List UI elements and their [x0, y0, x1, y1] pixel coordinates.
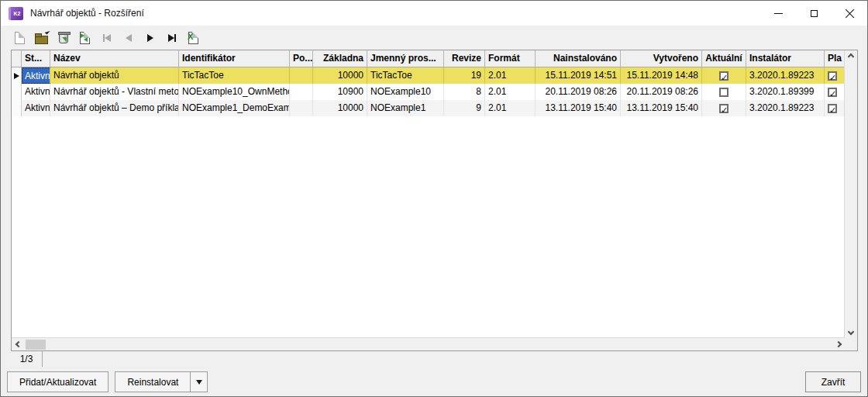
- open-button[interactable]: [33, 29, 50, 47]
- cell-status[interactable]: Aktivn: [22, 100, 50, 116]
- col-header-nazev[interactable]: Název: [50, 50, 179, 67]
- window-title: Návrhář objektů - Rozšíření: [30, 8, 144, 19]
- cell-vytvoreno[interactable]: 13.11.2019 15:40: [621, 100, 702, 116]
- cell-aktualni[interactable]: ✓: [702, 67, 746, 84]
- checkbox-icon[interactable]: ✓: [828, 88, 837, 97]
- cell-zakladna[interactable]: 10000: [313, 67, 367, 84]
- k2-app-icon: K2: [9, 7, 23, 20]
- buttonbar: Přidat/Aktualizovat Reinstalovat Zavřít: [7, 371, 861, 392]
- cell-nainstalovano[interactable]: 20.11.2019 08:26: [536, 84, 621, 100]
- col-header-aktualni[interactable]: Aktuální: [702, 50, 746, 67]
- cell-status[interactable]: Aktivn: [22, 67, 50, 84]
- excel-export-button[interactable]: X: [185, 29, 202, 47]
- cell-format[interactable]: 2.01: [485, 84, 536, 100]
- cell-instalator[interactable]: 3.2020.1.89223: [746, 100, 825, 116]
- first-record-button[interactable]: [98, 29, 115, 47]
- table-row[interactable]: Aktivn Návrhář objektů - Vlastní metody …: [12, 84, 857, 100]
- cell-po[interactable]: [290, 67, 313, 84]
- maximize-icon: [811, 10, 818, 17]
- col-header-jmenny-prostor[interactable]: Jmenný pros...: [367, 50, 444, 67]
- refresh-button[interactable]: [77, 29, 93, 47]
- recycle-bin-icon: [59, 33, 68, 43]
- table-row-selected[interactable]: Aktivn Návrhář objektů TicTacToe 10000 T…: [12, 67, 857, 84]
- col-header-nainstalovano[interactable]: Nainstalováno: [536, 50, 621, 67]
- cell-revize[interactable]: 19: [444, 67, 485, 84]
- minimize-icon: [774, 13, 783, 14]
- cell-nainstalovano[interactable]: 15.11.2019 14:51: [536, 67, 621, 84]
- cell-revize[interactable]: 9: [444, 100, 485, 116]
- cell-format[interactable]: 2.01: [485, 100, 536, 116]
- current-record-arrow-icon: [14, 73, 19, 79]
- last-record-button[interactable]: [164, 29, 180, 47]
- col-header-vytvoreno[interactable]: Vytvořeno: [621, 50, 702, 67]
- cell-nazev[interactable]: Návrhář objektů: [50, 67, 179, 84]
- cell-identifikator[interactable]: NOExample1_DemoExample: [179, 100, 290, 116]
- cell-format[interactable]: 2.01: [485, 67, 536, 84]
- close-icon: [845, 9, 855, 19]
- checkbox-icon[interactable]: ✓: [828, 71, 837, 81]
- checkbox-icon[interactable]: ✓: [719, 104, 728, 113]
- horizontal-scrollbar[interactable]: [12, 337, 845, 350]
- delete-button[interactable]: [55, 29, 71, 47]
- horizontal-scrollbar-thumb[interactable]: [26, 340, 46, 350]
- new-document-button[interactable]: [12, 29, 28, 47]
- cell-instalator[interactable]: 3.2020.1.89399: [746, 84, 825, 100]
- scroll-right-button[interactable]: [832, 338, 845, 351]
- reinstall-dropdown-button[interactable]: [190, 371, 208, 392]
- close-dialog-button[interactable]: Zavřít: [805, 371, 861, 392]
- cell-nainstalovano[interactable]: 13.11.2019 15:40: [536, 100, 621, 116]
- filter-tabstrip: 1/3 Vše Dostupné Vypnuté Aktivní: [11, 351, 92, 368]
- col-header-zakladna[interactable]: Základna: [313, 50, 367, 67]
- tabstrip-divider: [42, 351, 43, 367]
- scroll-left-button[interactable]: [12, 338, 25, 351]
- cell-zakladna[interactable]: 10000: [313, 100, 367, 116]
- checkbox-icon[interactable]: [719, 88, 728, 97]
- cell-zakladna[interactable]: 10900: [313, 84, 367, 100]
- cell-status[interactable]: Aktivn: [22, 84, 50, 100]
- vertical-scrollbar[interactable]: [844, 50, 857, 338]
- cell-jmenny-prostor[interactable]: TicTacToe: [367, 67, 444, 84]
- row-selector[interactable]: [12, 67, 22, 84]
- table-row[interactable]: Aktivn Návrhář objektů – Demo příklad NO…: [12, 100, 857, 116]
- checkbox-icon[interactable]: ✓: [719, 71, 728, 81]
- cell-identifikator[interactable]: NOExample10_OwnMethod: [179, 84, 290, 100]
- col-header-format[interactable]: Formát: [485, 50, 536, 67]
- maximize-button[interactable]: [796, 1, 832, 26]
- toolbar: X: [12, 28, 202, 47]
- col-header-po[interactable]: Po...: [290, 50, 313, 67]
- col-header-revize[interactable]: Revize: [444, 50, 485, 67]
- checkbox-icon[interactable]: ✓: [828, 104, 837, 113]
- window-controls: [760, 1, 867, 26]
- cell-jmenny-prostor[interactable]: NOExample10: [367, 84, 444, 100]
- cell-aktualni[interactable]: [702, 84, 746, 100]
- cell-jmenny-prostor[interactable]: NOExample1: [367, 100, 444, 116]
- row-selector[interactable]: [12, 84, 22, 100]
- cell-aktualni[interactable]: ✓: [702, 100, 746, 116]
- add-update-button[interactable]: Přidat/Aktualizovat: [7, 371, 108, 392]
- cell-nazev[interactable]: Návrhář objektů – Demo příklad: [50, 100, 179, 116]
- scrollbar-corner: [845, 337, 857, 350]
- cell-vytvoreno[interactable]: 20.11.2019 08:26: [621, 84, 702, 100]
- col-header-identifikator[interactable]: Identifikátor: [179, 50, 290, 67]
- cell-instalator[interactable]: 3.2020.1.89223: [746, 67, 825, 84]
- previous-record-button[interactable]: [120, 29, 136, 47]
- dropdown-arrow-icon: [196, 380, 202, 385]
- previous-record-icon: [126, 34, 132, 42]
- next-record-button[interactable]: [142, 29, 158, 47]
- cell-identifikator[interactable]: TicTacToe: [179, 67, 290, 84]
- reinstall-button[interactable]: Reinstalovat: [115, 371, 191, 392]
- cell-po[interactable]: [290, 84, 313, 100]
- minimize-button[interactable]: [760, 1, 796, 26]
- last-record-icon: [168, 34, 174, 42]
- cell-revize[interactable]: 8: [444, 84, 485, 100]
- scroll-down-icon[interactable]: [848, 329, 854, 335]
- col-header-status[interactable]: St...: [22, 50, 50, 67]
- col-header-instalator[interactable]: Instalátor: [746, 50, 825, 67]
- scroll-left-icon: [15, 341, 21, 347]
- scroll-up-icon[interactable]: [848, 54, 854, 60]
- close-button[interactable]: [832, 1, 867, 26]
- cell-nazev[interactable]: Návrhář objektů - Vlastní metody: [50, 84, 179, 100]
- cell-vytvoreno[interactable]: 15.11.2019 14:48: [621, 67, 702, 84]
- row-selector[interactable]: [12, 100, 22, 116]
- cell-po[interactable]: [290, 100, 313, 116]
